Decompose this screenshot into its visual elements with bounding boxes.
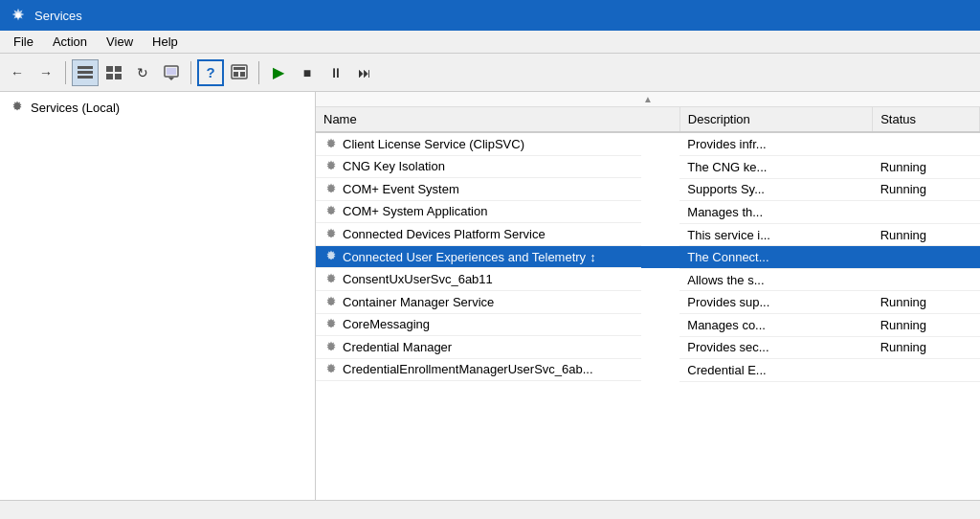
refresh-button[interactable]: ↻ bbox=[129, 59, 156, 86]
service-name-text: CoreMessaging bbox=[343, 317, 430, 331]
service-name-text: Credential Manager bbox=[343, 340, 452, 354]
menu-file[interactable]: File bbox=[4, 33, 43, 51]
services-local-item[interactable]: Services (Local) bbox=[4, 96, 311, 119]
services-table: Name Description Status Client License S… bbox=[316, 107, 980, 382]
service-name-text: Container Manager Service bbox=[343, 295, 494, 309]
service-description-cell: Provides sup... bbox=[679, 291, 872, 314]
table-row[interactable]: COM+ Event SystemSupports Sy...Running bbox=[316, 178, 980, 201]
list-icon bbox=[77, 64, 94, 81]
service-description-cell: This service i... bbox=[679, 223, 872, 246]
service-status-cell bbox=[873, 201, 980, 224]
svg-rect-13 bbox=[234, 67, 245, 70]
service-name-text: CNG Key Isolation bbox=[343, 159, 445, 173]
main-content: Services (Local) ▲ Name Description Stat… bbox=[0, 92, 980, 500]
service-description-cell: Manages co... bbox=[679, 314, 872, 337]
services-local-label: Services (Local) bbox=[31, 101, 120, 115]
service-name-text: COM+ Event System bbox=[343, 182, 459, 196]
table-row[interactable]: CredentialEnrollmentManagerUserSvc_6ab..… bbox=[316, 359, 980, 382]
service-status-cell: Running bbox=[873, 336, 980, 359]
table-header-row: Name Description Status bbox=[316, 107, 980, 132]
col-status[interactable]: Status bbox=[873, 107, 980, 132]
pause-service-button[interactable]: ⏸ bbox=[323, 59, 349, 86]
service-status-cell: Running bbox=[873, 291, 980, 314]
svg-rect-12 bbox=[240, 72, 245, 77]
menu-bar: File Action View Help bbox=[0, 31, 980, 54]
list-view-button[interactable] bbox=[72, 59, 99, 86]
svg-rect-1 bbox=[78, 66, 93, 69]
table-row[interactable]: CNG Key IsolationThe CNG ke...Running bbox=[316, 156, 980, 179]
scroll-up-indicator[interactable]: ▲ bbox=[316, 92, 980, 107]
svg-rect-5 bbox=[115, 66, 122, 72]
service-name-cell: CredentialEnrollmentManagerUserSvc_6ab..… bbox=[316, 359, 641, 382]
service-status-cell bbox=[873, 132, 980, 156]
service-description-cell: Manages th... bbox=[679, 201, 872, 224]
table-row[interactable]: Credential ManagerProvides sec...Running bbox=[316, 336, 980, 359]
service-status-cell: Running bbox=[873, 223, 980, 246]
back-button[interactable]: ← bbox=[4, 59, 31, 86]
table-row[interactable]: ConsentUxUserSvc_6ab11Allows the s... bbox=[316, 268, 980, 291]
service-name-cell: Connected User Experiences and Telemetry… bbox=[316, 246, 641, 269]
menu-action[interactable]: Action bbox=[43, 33, 97, 51]
svg-rect-9 bbox=[167, 68, 176, 75]
service-icon bbox=[323, 226, 343, 242]
export-icon bbox=[163, 64, 180, 81]
service-name-cell: ConsentUxUserSvc_6ab11 bbox=[316, 268, 641, 291]
col-name[interactable]: Name bbox=[316, 107, 679, 132]
service-icon bbox=[323, 136, 343, 152]
console-icon bbox=[231, 64, 248, 81]
services-local-icon bbox=[10, 100, 25, 115]
table-row[interactable]: CoreMessagingManages co...Running bbox=[316, 314, 980, 337]
service-status-cell bbox=[873, 246, 980, 269]
app-icon bbox=[10, 7, 27, 24]
service-status-cell bbox=[873, 268, 980, 291]
details-button[interactable] bbox=[100, 59, 127, 86]
service-name-cell: COM+ System Application bbox=[316, 201, 641, 224]
menu-help[interactable]: Help bbox=[143, 33, 188, 51]
service-status-cell: Running bbox=[873, 156, 980, 179]
svg-rect-3 bbox=[78, 76, 93, 79]
status-bar bbox=[0, 500, 980, 519]
details-icon bbox=[105, 64, 122, 81]
service-description-cell: Supports Sy... bbox=[679, 178, 872, 201]
view2-button[interactable] bbox=[226, 59, 253, 86]
service-description-cell: Allows the s... bbox=[679, 268, 872, 291]
svg-rect-6 bbox=[106, 74, 113, 79]
table-row[interactable]: Connected Devices Platform ServiceThis s… bbox=[316, 223, 980, 246]
service-icon bbox=[323, 249, 343, 265]
svg-rect-7 bbox=[115, 74, 122, 79]
col-description[interactable]: Description bbox=[679, 107, 872, 132]
table-row[interactable]: Container Manager ServiceProvides sup...… bbox=[316, 291, 980, 314]
table-row[interactable]: COM+ System ApplicationManages th... bbox=[316, 201, 980, 224]
service-name-cell: Client License Service (ClipSVC) bbox=[316, 133, 641, 156]
toolbar-sep-3 bbox=[258, 61, 259, 84]
svg-rect-2 bbox=[78, 71, 93, 74]
left-panel: Services (Local) bbox=[0, 92, 316, 500]
service-icon bbox=[323, 362, 343, 378]
stop-service-button[interactable]: ■ bbox=[294, 59, 321, 86]
service-name-text: Connected Devices Platform Service bbox=[343, 227, 546, 241]
title-bar: Services bbox=[0, 0, 980, 31]
table-row[interactable]: Client License Service (ClipSVC)Provides… bbox=[316, 132, 980, 156]
service-icon bbox=[323, 271, 343, 287]
export-button[interactable] bbox=[158, 59, 185, 86]
service-description-cell: The Connect... bbox=[679, 246, 872, 269]
start-service-button[interactable]: ▶ bbox=[265, 59, 292, 86]
service-name-cell: Connected Devices Platform Service bbox=[316, 223, 641, 246]
table-row[interactable]: Connected User Experiences and Telemetry… bbox=[316, 246, 980, 269]
forward-button[interactable]: → bbox=[33, 59, 59, 86]
right-panel[interactable]: ▲ Name Description Status Client License… bbox=[316, 92, 980, 500]
toolbar-sep-1 bbox=[65, 61, 66, 84]
service-icon bbox=[323, 159, 343, 175]
service-name-text: Connected User Experiences and Telemetry bbox=[343, 250, 586, 264]
menu-view[interactable]: View bbox=[97, 33, 143, 51]
window-title: Services bbox=[34, 9, 82, 23]
service-description-cell: Credential E... bbox=[679, 359, 872, 382]
help-button[interactable]: ? bbox=[197, 59, 224, 86]
service-name-text: ConsentUxUserSvc_6ab11 bbox=[343, 272, 493, 286]
service-name-cell: CNG Key Isolation bbox=[316, 156, 641, 179]
restart-service-button[interactable]: ⏭ bbox=[351, 59, 378, 86]
svg-rect-4 bbox=[106, 66, 113, 72]
svg-rect-11 bbox=[234, 72, 238, 77]
service-name-text: COM+ System Application bbox=[343, 204, 487, 218]
service-icon bbox=[323, 317, 343, 333]
